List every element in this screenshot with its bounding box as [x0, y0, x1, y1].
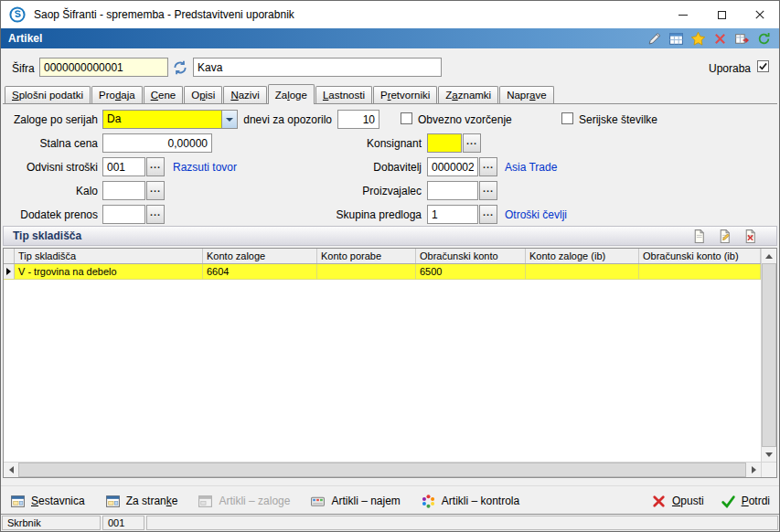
sifra-code-input[interactable] [39, 58, 168, 77]
tab-lastnosti[interactable]: Lastnosti [315, 86, 372, 103]
maximize-icon [718, 11, 726, 19]
tab-zaloge[interactable]: Zaloge [268, 84, 315, 104]
column-header[interactable]: Obračunski konto (ib) [639, 249, 761, 263]
column-header[interactable]: Konto zaloge [203, 249, 317, 263]
horizontal-scroll-thumb[interactable] [18, 463, 746, 477]
scroll-down-button[interactable] [762, 447, 776, 462]
minimize-button[interactable] [664, 1, 702, 28]
selector-header-cell [4, 249, 15, 263]
proizvajalec-input[interactable] [427, 181, 478, 200]
scroll-right-button[interactable] [746, 463, 761, 477]
dobavitelj-lookup-button[interactable]: ... [479, 157, 497, 176]
insert-record-icon[interactable] [691, 229, 707, 244]
dobavitelj-input[interactable] [427, 157, 478, 176]
column-header[interactable]: Tip skladišča [15, 249, 203, 263]
button-label: Sestavnica [31, 495, 85, 507]
tab-cene[interactable]: Cene [144, 86, 184, 103]
uporaba-label: Uporaba [681, 62, 751, 75]
dnevi-za-opozorilo-input[interactable] [337, 110, 379, 129]
tab-strip: Splošni podatkiProdajaCeneOpisiNaziviZal… [3, 83, 777, 104]
edit-pencil-icon[interactable] [646, 31, 662, 47]
opusti-button[interactable]: Opusti [651, 494, 704, 509]
stalna-cena-input[interactable] [102, 133, 212, 153]
tab-prodaja[interactable]: Prodaja [91, 86, 143, 103]
close-red-icon[interactable] [712, 31, 728, 47]
column-header[interactable]: Konto porabe [317, 249, 416, 263]
dodatek-prenos-label: Dodatek prenos [1, 208, 98, 221]
artikli-najem-button[interactable]: Artikli – najem [310, 494, 400, 509]
grid-header-row: Tip skladiščaKonto zalogeKonto porabeObr… [4, 249, 761, 264]
tip-skladisca-grid: Tip skladiščaKonto zalogeKonto porabeObr… [3, 248, 777, 478]
obvezno-vzorcenje-label: Obvezno vzorčenje [418, 113, 512, 126]
button-label: Za stranke [126, 495, 178, 507]
tab-naprave[interactable]: Naprave [499, 86, 554, 103]
uporaba-checkbox[interactable] [757, 60, 769, 72]
horizontal-scrollbar[interactable] [4, 462, 761, 477]
maximize-button[interactable] [702, 1, 741, 28]
scroll-left-button[interactable] [4, 463, 18, 477]
konsignant-label: Konsignant [275, 137, 422, 150]
status-empty [146, 516, 778, 530]
serijske-stevilke-checkbox[interactable] [561, 112, 573, 124]
kalo-input[interactable] [102, 181, 145, 200]
konsignant-input[interactable] [427, 133, 462, 153]
dobavitelj-link[interactable]: Asia Trade [505, 161, 557, 174]
tab-opisi[interactable]: Opisi [184, 86, 222, 103]
refresh-green-icon[interactable] [756, 31, 772, 47]
tab-nazivi[interactable]: Nazivi [223, 86, 266, 103]
footer-left-buttons: SestavnicaZa strankeArtikli – zalogeArti… [10, 494, 519, 509]
konsignant-lookup-button[interactable]: ... [463, 133, 481, 153]
grid-tools [691, 229, 767, 244]
dodatek-prenos-lookup-button[interactable]: ... [146, 205, 165, 224]
saop-logo-icon [9, 6, 26, 23]
skupina-predloga-label: Skupina predloga [275, 208, 422, 221]
obvezno-vzorcenje-checkbox[interactable] [401, 112, 412, 124]
vertical-scroll-thumb[interactable] [762, 263, 776, 447]
scroll-up-button[interactable] [762, 249, 776, 263]
dodatek-prenos-input[interactable] [102, 205, 145, 224]
za-stranke-button[interactable]: Za stranke [105, 494, 178, 509]
kalo-lookup-button[interactable]: ... [146, 181, 165, 200]
column-header[interactable]: Konto zaloge (ib) [526, 249, 639, 263]
sifra-name-input[interactable] [193, 58, 442, 77]
odvisni-stroski-lookup-button[interactable]: ... [146, 157, 165, 176]
vertical-scrollbar[interactable] [761, 249, 776, 462]
skupina-predloga-lookup-button[interactable]: ... [479, 205, 497, 224]
skupina-predloga-link[interactable]: Otroški čevlji [505, 208, 567, 221]
tab-zaznamki[interactable]: Zaznamki [438, 86, 498, 103]
record-header-title: Artikel [8, 32, 42, 45]
serijske-stevilke-label: Serijske številke [579, 113, 657, 126]
scrollbar-corner [761, 462, 776, 477]
change-code-icon[interactable] [172, 59, 188, 76]
skupina-predloga-input[interactable] [427, 205, 478, 224]
favorites-star-icon[interactable] [690, 31, 706, 47]
rental-icon [310, 494, 326, 509]
artikli-kontrola-button[interactable]: Artikli – kontrola [421, 494, 519, 509]
tab-splosni-podatki[interactable]: Splošni podatki [5, 86, 91, 103]
close-button[interactable] [741, 1, 779, 28]
odvisni-stroski-link[interactable]: Razsuti tovor [173, 161, 237, 174]
potrdi-button[interactable]: Potrdi [721, 494, 770, 509]
edit-record-icon[interactable] [717, 229, 732, 244]
export-grid-icon[interactable] [734, 31, 750, 47]
proizvajalec-label: Proizvajalec [275, 185, 422, 197]
window-gray-icon [198, 494, 213, 509]
delete-record-icon[interactable] [743, 229, 758, 244]
sestavnica-button[interactable]: Sestavnica [10, 494, 85, 509]
table-row[interactable]: V - trgovina na debelo66046500 [4, 264, 761, 280]
tab-pretvorniki[interactable]: Pretvorniki [373, 86, 437, 103]
close-icon [755, 10, 764, 19]
zaloge-po-serijah-label: Zaloge po serijah [1, 113, 98, 126]
arrow-right-icon [752, 466, 756, 473]
column-header[interactable]: Obračunski konto [416, 249, 526, 263]
odvisni-stroski-input[interactable] [102, 157, 145, 176]
tables-icon[interactable] [668, 31, 684, 47]
title-bar: Saop Šifranti - sprememba - Predstavitve… [1, 1, 779, 28]
dnevi-za-opozorilo-label: dnevi za opozorilo [175, 113, 332, 126]
cell: 6604 [203, 264, 317, 279]
footer-toolbar: SestavnicaZa strankeArtikli – zalogeArti… [1, 485, 779, 516]
control-wheel-icon [421, 494, 436, 509]
footer-right-buttons: OpustiPotrdi [651, 494, 770, 509]
proizvajalec-lookup-button[interactable]: ... [479, 181, 497, 200]
current-row-arrow-icon [6, 268, 11, 275]
